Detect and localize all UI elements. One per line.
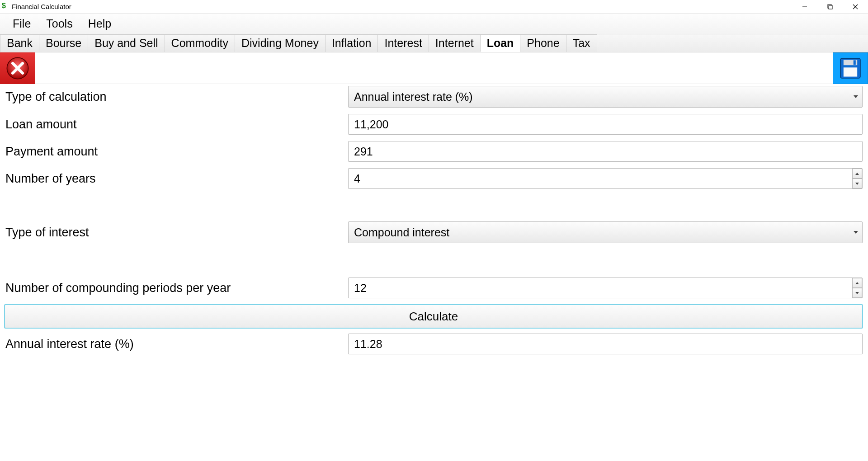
svg-rect-12 [844,67,857,76]
row-number-of-years: Number of years [5,168,863,189]
caret-up-icon [855,173,859,175]
label-loan-amount: Loan amount [5,118,348,132]
menu-tools[interactable]: Tools [42,16,76,31]
label-compounding-periods: Number of compounding periods per year [5,281,348,295]
menu-file[interactable]: File [9,16,34,31]
years-step-up[interactable] [852,169,862,179]
label-type-of-calculation: Type of calculation [5,90,348,104]
tab-inflation[interactable]: Inflation [325,34,378,52]
row-type-of-interest: Type of interest Compound interest [5,221,863,243]
row-payment-amount: Payment amount [5,141,863,162]
tab-phone[interactable]: Phone [520,34,566,52]
row-compounding-periods: Number of compounding periods per year [5,278,863,298]
row-type-of-calculation: Type of calculation Annual interest rate… [5,86,863,108]
row-result: Annual interest rate (%) [5,334,863,354]
app-icon: $ [2,2,9,11]
caret-up-icon [855,282,859,284]
label-number-of-years: Number of years [5,172,348,186]
loan-form: Type of calculation Annual interest rate… [0,84,868,354]
years-step-down[interactable] [852,179,862,188]
periods-step-down[interactable] [852,288,862,298]
periods-step-up[interactable] [852,278,862,288]
combo-type-of-calculation[interactable]: Annual interest rate (%) [348,86,863,108]
tab-loan[interactable]: Loan [480,34,521,52]
output-annual-interest-rate[interactable] [348,334,863,354]
input-loan-amount[interactable] [348,114,863,135]
chevron-down-icon [854,95,858,98]
row-calculate: Calculate [5,305,863,328]
combo-type-of-interest[interactable]: Compound interest [348,221,863,243]
maximize-button[interactable] [817,0,843,14]
clear-x-icon [5,55,31,81]
close-button[interactable] [843,0,868,14]
window-title: Financial Calculator [12,3,71,10]
tab-bourse[interactable]: Bourse [39,34,88,52]
menubar: File Tools Help [0,14,868,34]
tab-strip: Bank Bourse Buy and Sell Commodity Divid… [0,34,868,52]
save-button[interactable] [833,52,868,84]
label-result: Annual interest rate (%) [5,337,348,351]
clear-button[interactable] [0,52,35,84]
minimize-icon [802,4,807,9]
svg-text:$: $ [2,2,6,9]
tab-buy-and-sell[interactable]: Buy and Sell [88,34,165,52]
chevron-down-icon [854,231,858,234]
tab-tax[interactable]: Tax [566,34,597,52]
menu-help[interactable]: Help [85,16,115,31]
label-type-of-interest: Type of interest [5,226,348,240]
tab-internet[interactable]: Internet [429,34,481,52]
minimize-button[interactable] [792,0,817,14]
combo-type-of-interest-value: Compound interest [354,226,449,239]
save-floppy-icon [838,56,863,80]
tab-interest[interactable]: Interest [377,34,429,52]
maximize-icon [827,4,833,9]
caret-down-icon [855,292,859,294]
tab-dividing-money[interactable]: Dividing Money [235,34,326,52]
titlebar: $ Financial Calculator [0,0,868,14]
toolbar [0,52,868,84]
svg-rect-11 [854,60,856,65]
row-loan-amount: Loan amount [5,114,863,135]
input-number-of-years[interactable] [348,168,863,189]
combo-type-of-calculation-value: Annual interest rate (%) [354,90,473,103]
titlebar-left: $ Financial Calculator [2,2,71,11]
tab-commodity[interactable]: Commodity [165,34,235,52]
svg-rect-3 [829,5,832,9]
caret-down-icon [855,183,859,185]
window-controls [792,0,868,14]
close-icon [853,4,858,9]
label-payment-amount: Payment amount [5,145,348,159]
input-payment-amount[interactable] [348,141,863,162]
tab-bank[interactable]: Bank [0,34,39,52]
input-compounding-periods[interactable] [348,278,863,298]
calculate-button[interactable]: Calculate [5,305,863,328]
